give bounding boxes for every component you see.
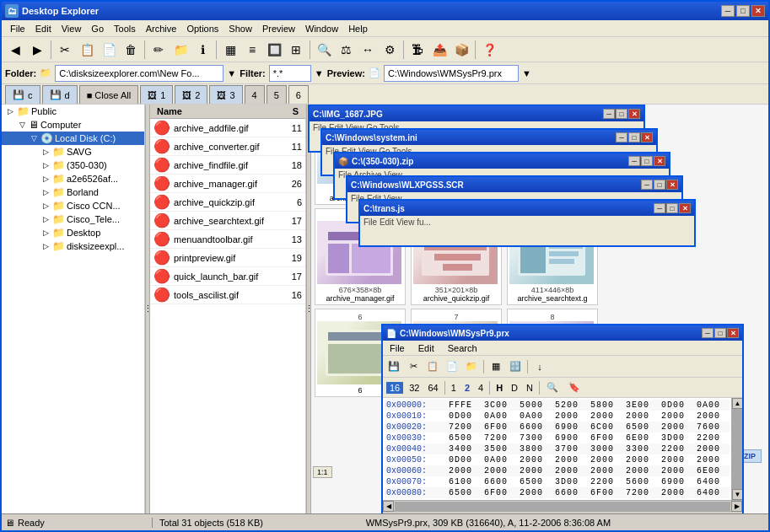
menu-options[interactable]: Options: [181, 22, 223, 35]
file-item-5[interactable]: 🔴 archive_searchtext.gif 17: [150, 212, 305, 230]
hex-mode-d[interactable]: D: [509, 382, 520, 394]
filter-input[interactable]: [269, 65, 311, 82]
float-close-zip350[interactable]: ✕: [654, 156, 665, 166]
minimize-button[interactable]: ─: [721, 5, 735, 17]
maximize-button[interactable]: □: [736, 5, 750, 17]
menu-file[interactable]: File: [5, 22, 30, 35]
menu-show[interactable]: Show: [223, 22, 257, 35]
tab-close-all[interactable]: ■ Close All: [79, 85, 139, 104]
file-item-7[interactable]: 🔴 printpreview.gif 19: [150, 249, 305, 267]
file-item-6[interactable]: 🔴 menuandtoolbar.gif 13: [150, 230, 305, 249]
tree-toggle-a2e6[interactable]: ▷: [40, 174, 51, 184]
menu-help[interactable]: Help: [343, 22, 373, 35]
search-button[interactable]: 🔍: [314, 40, 334, 60]
folder-input[interactable]: [55, 65, 223, 82]
hex-search-btn[interactable]: 🔍: [543, 379, 562, 396]
sync-button[interactable]: ↔: [358, 40, 378, 60]
file-item-3[interactable]: 🔴 archive_manager.gif 26: [150, 175, 305, 193]
hex-bytes-64[interactable]: 64: [426, 382, 441, 394]
hex-close-btn[interactable]: ✕: [727, 328, 739, 338]
float-close-img1687[interactable]: ✕: [628, 109, 640, 119]
tree-item-borland[interactable]: ▷ 📁 Borland: [2, 185, 144, 199]
delete-button[interactable]: 🗑: [121, 40, 141, 60]
tab-4[interactable]: 4: [245, 85, 265, 104]
menu-view[interactable]: View: [57, 22, 87, 35]
float-minimize-wlxpgss[interactable]: ─: [641, 180, 653, 190]
tree-item-a2e6[interactable]: ▷ 📁 a2e6526af...: [2, 172, 144, 185]
float-maximize-wlxpgss[interactable]: □: [654, 180, 665, 190]
hex-scroll-thumb[interactable]: [732, 409, 742, 489]
float-close-transjs[interactable]: ✕: [679, 203, 691, 213]
cut-button[interactable]: ✂: [55, 40, 75, 60]
hex-scroll-up-btn[interactable]: ▲: [732, 398, 742, 409]
tab-c[interactable]: 💾 c: [5, 85, 40, 104]
archive-button[interactable]: 📦: [451, 40, 471, 60]
tree-item-localdisk[interactable]: ▽ 💿 Local Disk (C:): [2, 132, 144, 145]
hex-save-btn[interactable]: 💾: [385, 358, 403, 375]
view3-button[interactable]: 🔲: [264, 40, 284, 60]
hex-bookmark-btn[interactable]: 🔖: [565, 379, 584, 396]
hex-menu-edit[interactable]: Edit: [415, 342, 438, 354]
hex-text-btn[interactable]: 🔡: [506, 358, 525, 375]
tree-toggle-borland[interactable]: ▷: [40, 187, 51, 197]
tree-toggle-public[interactable]: ▷: [5, 106, 15, 116]
menu-tools[interactable]: Tools: [109, 22, 141, 35]
copy-button[interactable]: 📋: [77, 40, 97, 60]
hex-scroll-right-btn[interactable]: ▶: [731, 501, 742, 512]
hex-minimize-btn[interactable]: ─: [702, 328, 713, 338]
tree-toggle-cisco-ccn[interactable]: ▷: [40, 201, 51, 211]
file-item-2[interactable]: 🔴 archive_findfile.gif 18: [150, 156, 305, 175]
float-minimize-zip350[interactable]: ─: [628, 156, 640, 166]
float-minimize-img1687[interactable]: ─: [603, 109, 615, 119]
file-item-0[interactable]: 🔴 archive_addfile.gif 11: [150, 119, 305, 137]
view2-button[interactable]: ≡: [242, 40, 262, 60]
float-maximize-sysini[interactable]: □: [628, 132, 640, 142]
float-maximize-transjs[interactable]: □: [666, 203, 678, 213]
tree-item-desktop[interactable]: ▷ 📁 Desktop: [2, 226, 144, 239]
paste-button[interactable]: 📄: [99, 40, 119, 60]
help-btn[interactable]: ❓: [479, 40, 499, 60]
file-item-4[interactable]: 🔴 archive_quickzip.gif 6: [150, 193, 305, 212]
tree-toggle-localdisk[interactable]: ▽: [29, 133, 39, 143]
hex-bytes-1[interactable]: 1: [449, 382, 459, 394]
hex-paste-btn[interactable]: 📄: [443, 358, 461, 375]
tree-item-350030[interactable]: ▷ 📁 (350-030): [2, 159, 144, 172]
file-item-8[interactable]: 🔴 quick_launch_bar.gif 17: [150, 267, 305, 286]
tree-toggle-cisco-tele[interactable]: ▷: [40, 214, 51, 224]
hex-copy-btn[interactable]: 📋: [423, 358, 442, 375]
tree-item-computer[interactable]: ▽ 🖥 Computer: [2, 118, 144, 132]
tree-toggle-desktop[interactable]: ▷: [40, 228, 51, 238]
menu-edit[interactable]: Edit: [30, 22, 57, 35]
float-maximize-zip350[interactable]: □: [641, 156, 653, 166]
tree-item-cisco-ccn[interactable]: ▷ 📁 Cisco CCN...: [2, 199, 144, 212]
rename-button[interactable]: ✏: [148, 40, 169, 60]
float-minimize-sysini[interactable]: ─: [616, 132, 627, 142]
hex-scrollbar[interactable]: ▲ ▼: [731, 398, 742, 500]
tree-toggle-350030[interactable]: ▷: [40, 160, 51, 170]
hex-grid-btn[interactable]: ▦: [487, 358, 505, 375]
view4-button[interactable]: ⊞: [286, 40, 306, 60]
menu-window[interactable]: Window: [300, 22, 343, 35]
tab-2[interactable]: 🖼 2: [175, 85, 207, 104]
hex-open-btn[interactable]: 📁: [462, 358, 481, 375]
hex-cut-btn[interactable]: ✂: [404, 358, 423, 375]
close-button[interactable]: ✕: [751, 5, 765, 17]
properties-button[interactable]: ℹ: [192, 40, 213, 60]
float-close-wlxpgss[interactable]: ✕: [666, 180, 678, 190]
hex-bytes-16[interactable]: 16: [386, 382, 403, 394]
tree-toggle-savg[interactable]: ▷: [40, 147, 51, 157]
hex-scroll-left-btn[interactable]: ◀: [383, 501, 394, 512]
hex-mode-h[interactable]: H: [493, 382, 505, 394]
file-item-9[interactable]: 🔴 tools_ascilist.gif 16: [150, 286, 305, 304]
tree-item-disksize[interactable]: ▷ 📁 disksizeexpl...: [2, 239, 144, 253]
tab-5[interactable]: 5: [267, 85, 287, 104]
float-maximize-img1687[interactable]: □: [616, 109, 627, 119]
tab-1[interactable]: 🖼 1: [140, 85, 173, 104]
tree-item-cisco-tele[interactable]: ▷ 📁 Cisco_Tele...: [2, 212, 144, 226]
float-close-sysini[interactable]: ✕: [641, 132, 653, 142]
tab-3[interactable]: 🖼 3: [209, 85, 242, 104]
hex-data-view[interactable]: 0x00000: FFFE 3C00 5000 5200 5800 3E00 0…: [383, 398, 731, 500]
zip-button[interactable]: 🗜: [407, 40, 428, 60]
compare-button[interactable]: ⚖: [336, 40, 356, 60]
menu-go[interactable]: Go: [86, 22, 109, 35]
